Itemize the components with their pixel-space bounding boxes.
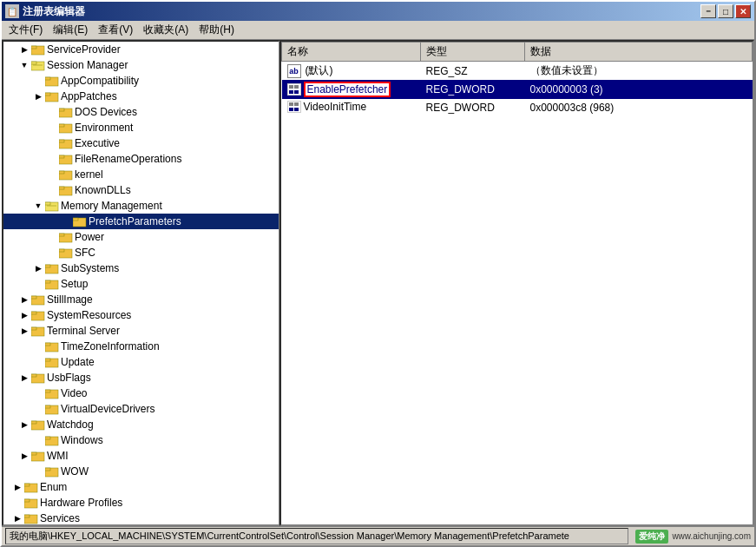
table-row[interactable]: ab (默认) REG_SZ （数值未设置） (282, 62, 753, 81)
folder-icon (45, 465, 59, 478)
expand-icon: ▶ (17, 324, 31, 338)
expand-icon (31, 465, 45, 478)
node-label: AppPatches (61, 90, 117, 102)
maximize-button[interactable]: □ (718, 4, 733, 18)
reg-data: 0x000003c8 (968) (525, 99, 753, 116)
tree-node-hardware-profiles[interactable]: Hardware Profiles (3, 495, 279, 511)
folder-icon (73, 214, 87, 228)
menu-bar: 文件(F) 编辑(E) 查看(V) 收藏夹(A) 帮助(H) (2, 21, 754, 40)
svg-rect-3 (31, 62, 36, 64)
menu-edit[interactable]: 编辑(E) (48, 21, 93, 39)
node-label: ServiceProvider (47, 43, 121, 56)
menu-help[interactable]: 帮助(H) (194, 21, 240, 39)
tree-node-setup[interactable]: Setup (3, 276, 279, 292)
tree-node-update[interactable]: Update (3, 354, 279, 370)
tree-node-watchdog[interactable]: ▶ Watchdog (3, 417, 279, 432)
table-row-selected[interactable]: EnablePrefetcher REG_DWORD 0x00000003 (3… (282, 80, 753, 99)
tree-node-windows[interactable]: Windows (3, 432, 279, 448)
tree-node-usb-flags[interactable]: ▶ UsbFlags (3, 370, 279, 386)
folder-icon-open (45, 199, 59, 213)
svg-rect-77 (294, 108, 299, 111)
watermark-logo: 爱纯净 (635, 530, 668, 544)
node-label: Terminal Server (47, 325, 120, 337)
node-label: KnownDLLs (75, 184, 131, 196)
tree-node-system-resources[interactable]: ▶ SystemResources (3, 307, 279, 323)
expand-icon: ▶ (10, 480, 24, 494)
tree-node-app-patches[interactable]: ▶ AppPatches (3, 89, 279, 104)
minimize-button[interactable]: － (700, 4, 716, 18)
tree-node-video[interactable]: Video (3, 386, 279, 401)
tree-node-service-provider[interactable]: ▶ ServiceProvider (3, 42, 279, 57)
node-label: Video (61, 387, 87, 399)
tree-node-wmi[interactable]: ▶ WMI (3, 448, 279, 464)
window-title: 注册表编辑器 (23, 4, 85, 19)
folder-icon (59, 152, 73, 166)
tree-node-memory-mgmt[interactable]: ▼ Memory Management (3, 198, 279, 214)
folder-icon (24, 511, 38, 525)
tree-node-virtual-device[interactable]: VirtualDeviceDrivers (3, 401, 279, 417)
expand-icon: ▶ (10, 511, 24, 525)
expand-icon (31, 74, 45, 88)
enable-prefetcher-name: EnablePrefetcher (304, 82, 391, 97)
tree-node-app-compat[interactable]: AppCompatibility (3, 73, 279, 89)
tree-node-enum[interactable]: ▶ Enum (3, 479, 279, 495)
tree-node-kernel[interactable]: kernel (3, 167, 279, 182)
svg-rect-14 (59, 140, 64, 142)
folder-icon (45, 261, 59, 275)
tree-node-prefetch-params[interactable]: PrefetchParameters (3, 214, 279, 229)
tree-panel[interactable]: ▶ ServiceProvider ▼ (2, 40, 279, 526)
folder-icon (45, 355, 59, 369)
svg-rect-16 (59, 155, 64, 158)
svg-rect-33 (45, 280, 50, 283)
tree-node-environment[interactable]: Environment (3, 120, 279, 135)
svg-rect-71 (294, 85, 299, 89)
tree-node-sfc[interactable]: SFC (3, 245, 279, 260)
svg-rect-35 (31, 296, 36, 299)
tree-node-subsystems[interactable]: ▶ SubSystems (3, 260, 279, 276)
svg-rect-18 (59, 171, 64, 174)
expand-icon (31, 386, 45, 400)
svg-rect-22 (45, 202, 50, 205)
node-label: DOS Devices (75, 106, 137, 118)
folder-icon (59, 246, 73, 260)
svg-rect-76 (289, 108, 293, 111)
expand-icon (45, 121, 59, 135)
svg-rect-70 (289, 85, 293, 89)
svg-rect-47 (45, 390, 50, 392)
svg-rect-8 (45, 93, 50, 96)
tree-node-dos-devices[interactable]: DOS Devices (3, 104, 279, 120)
tree-node-still-image[interactable]: ▶ StillImage (3, 292, 279, 307)
tree-node-wow[interactable]: WOW (3, 464, 279, 479)
folder-icon (59, 230, 73, 244)
tree-node-executive[interactable]: Executive (3, 135, 279, 151)
expand-icon: ▶ (31, 261, 45, 275)
folder-icon (45, 277, 59, 291)
tree-node-known-dlls[interactable]: KnownDLLs (3, 182, 279, 198)
tree-node-terminal-server[interactable]: ▶ Terminal Server (3, 323, 279, 339)
close-button[interactable]: ✕ (735, 4, 751, 18)
table-row[interactable]: VideoInitTime REG_DWORD 0x000003c8 (968) (282, 99, 753, 116)
expand-icon (31, 339, 45, 353)
menu-favorites[interactable]: 收藏夹(A) (138, 21, 194, 39)
node-label: TimeZoneInformation (61, 340, 160, 353)
menu-file[interactable]: 文件(F) (3, 21, 48, 39)
svg-rect-63 (24, 515, 30, 517)
expand-icon (31, 355, 45, 369)
svg-rect-31 (45, 265, 50, 267)
dword-type-icon (287, 101, 301, 113)
menu-view[interactable]: 查看(V) (93, 21, 138, 39)
svg-rect-75 (294, 102, 299, 106)
expand-icon (59, 214, 73, 228)
tree-node-power[interactable]: Power (3, 229, 279, 245)
node-label: kernel (75, 168, 103, 181)
tree-node-file-rename[interactable]: FileRenameOperations (3, 151, 279, 167)
reg-name: VideoInitTime (282, 99, 421, 116)
svg-rect-20 (59, 187, 64, 189)
expand-icon (45, 105, 59, 119)
tree-node-timezone[interactable]: TimeZoneInformation (3, 339, 279, 354)
folder-icon (31, 418, 45, 432)
folder-icon (45, 402, 59, 416)
tree-node-services[interactable]: ▶ Services (3, 511, 279, 526)
tree-node-session-manager[interactable]: ▼ Session Manager (3, 57, 279, 73)
expand-icon (31, 277, 45, 291)
